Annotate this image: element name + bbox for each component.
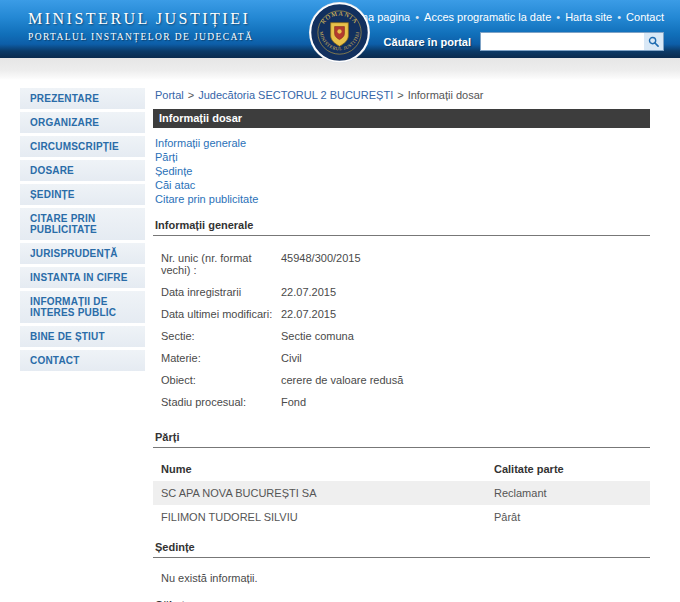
sidebar-item-contact[interactable]: CONTACT — [20, 350, 145, 371]
sidebar-item-bine-de-stiut[interactable]: BINE DE ȘTIUT — [20, 326, 145, 347]
site-subtitle: PORTALUL INSTANȚELOR DE JUDECATĂ — [28, 32, 253, 42]
field-row: Sectie: Sectie comuna — [153, 325, 650, 347]
field-value-materie: Civil — [281, 352, 302, 364]
page-title-bar: Informații dosar — [153, 109, 650, 128]
field-label: Materie: — [161, 352, 281, 364]
quick-link-citare-prin-publicitate[interactable]: Citare prin publicitate — [155, 192, 650, 206]
search-box — [480, 32, 664, 51]
section-quick-links: Informații generale Părți Ședințe Căi at… — [155, 136, 650, 206]
sidebar-item-dosare[interactable]: DOSARE — [20, 160, 145, 181]
nav-separator: • — [556, 11, 560, 23]
ministry-seal-logo: ROMANIA MINISTERUL JUSTITIEI — [308, 1, 371, 64]
sidebar-nav: PREZENTARE ORGANIZARE CIRCUMSCRIPȚIE DOS… — [20, 88, 145, 374]
site-header: MINISTERUL JUSTIȚIEI PORTALUL INSTANȚELO… — [0, 0, 680, 58]
parti-table: Nume Calitate parte SC APA NOVA BUCUREȘT… — [153, 457, 650, 529]
content-area: Portal>Judecătoria SECTORUL 2 BUCUREȘTI>… — [153, 88, 650, 602]
sidebar-item-jurisprudenta[interactable]: JURISPRUDENȚĂ — [20, 243, 145, 264]
field-value-obiect: cerere de valoare redusă — [281, 374, 403, 386]
field-label: Sectie: — [161, 330, 281, 342]
portal-page: { "header": { "title": "MINISTERUL JUSTI… — [0, 0, 680, 602]
breadcrumb-portal[interactable]: Portal — [155, 89, 184, 101]
field-value-sectie: Sectie comuna — [281, 330, 354, 342]
field-value-nr-unic: 45948/300/2015 — [281, 252, 361, 276]
header-utility: Prima pagina•Acces programatic la date•H… — [345, 11, 664, 51]
top-nav: Prima pagina•Acces programatic la date•H… — [345, 11, 664, 23]
search-button[interactable] — [644, 33, 663, 50]
section-heading-parti: Părți — [153, 431, 650, 448]
case-general-info: Nr. unic (nr. format vechi) : 45948/300/… — [153, 247, 650, 413]
field-row: Obiect: cerere de valoare redusă — [153, 369, 650, 391]
field-value-stadiu: Fond — [281, 396, 306, 408]
table-row: FILIMON TUDOREL SILVIU Pârât — [153, 505, 650, 529]
field-label: Stadiu procesual: — [161, 396, 281, 408]
sidebar-item-sedinte[interactable]: ȘEDINȚE — [20, 184, 145, 205]
parti-table-header-row: Nume Calitate parte — [153, 457, 650, 481]
field-label: Data inregistrarii — [161, 286, 281, 298]
nav-separator: • — [415, 11, 419, 23]
breadcrumb-instanta[interactable]: Judecătoria SECTORUL 2 BUCUREȘTI — [198, 89, 393, 101]
sidebar-item-instanta-in-cifre[interactable]: INSTANTA IN CIFRE — [20, 267, 145, 288]
sidebar-item-citare-prin-publicitate[interactable]: CITARE PRIN PUBLICITATE — [20, 208, 145, 240]
romania-coat-of-arms-icon: ROMANIA MINISTERUL JUSTITIEI — [308, 1, 371, 64]
section-heading-sedinte: Ședințe — [153, 541, 650, 558]
sedinte-empty-message: Nu există informații. — [161, 572, 650, 584]
field-row: Nr. unic (nr. format vechi) : 45948/300/… — [153, 247, 650, 281]
site-title: MINISTERUL JUSTIȚIEI — [28, 10, 253, 28]
parte-nume: SC APA NOVA BUCUREȘTI SA — [153, 481, 486, 505]
field-label: Nr. unic (nr. format vechi) : — [161, 252, 281, 276]
parte-calitate: Reclamant — [486, 481, 650, 505]
sidebar-item-organizare[interactable]: ORGANIZARE — [20, 112, 145, 133]
parte-nume: FILIMON TUDOREL SILVIU — [153, 505, 486, 529]
table-row: SC APA NOVA BUCUREȘTI SA Reclamant — [153, 481, 650, 505]
site-branding: MINISTERUL JUSTIȚIEI PORTALUL INSTANȚELO… — [28, 10, 253, 42]
sidebar-item-circumscriptie[interactable]: CIRCUMSCRIPȚIE — [20, 136, 145, 157]
main-layout: PREZENTARE ORGANIZARE CIRCUMSCRIPȚIE DOS… — [0, 80, 680, 602]
breadcrumb-current: Informații dosar — [408, 89, 484, 101]
quick-link-parti[interactable]: Părți — [155, 150, 650, 164]
field-label: Data ultimei modificari: — [161, 308, 281, 320]
portal-search: Căutare în portal — [345, 32, 664, 51]
field-value-data-inregistrarii: 22.07.2015 — [281, 286, 336, 298]
field-row: Data ultimei modificari: 22.07.2015 — [153, 303, 650, 325]
breadcrumb: Portal>Judecătoria SECTORUL 2 BUCUREȘTI>… — [155, 89, 650, 101]
field-row: Stadiu procesual: Fond — [153, 391, 650, 413]
nav-harta-site[interactable]: Harta site — [565, 11, 612, 23]
quick-link-informatii-generale[interactable]: Informații generale — [155, 136, 650, 150]
quick-link-sedinte[interactable]: Ședințe — [155, 164, 650, 178]
column-header-calitate: Calitate parte — [486, 457, 650, 481]
section-heading-informatii-generale: Informații generale — [153, 219, 650, 236]
breadcrumb-separator: > — [188, 89, 194, 101]
column-header-nume: Nume — [153, 457, 486, 481]
field-row: Data inregistrarii 22.07.2015 — [153, 281, 650, 303]
search-input[interactable] — [481, 34, 644, 49]
search-label: Căutare în portal — [384, 36, 471, 48]
breadcrumb-separator: > — [397, 89, 403, 101]
field-row: Materie: Civil — [153, 347, 650, 369]
quick-link-cai-atac[interactable]: Căi atac — [155, 178, 650, 192]
nav-separator: • — [617, 11, 621, 23]
field-value-data-modificari: 22.07.2015 — [281, 308, 336, 320]
field-label: Obiect: — [161, 374, 281, 386]
nav-contact[interactable]: Contact — [626, 11, 664, 23]
parte-calitate: Pârât — [486, 505, 650, 529]
nav-acces-programatic[interactable]: Acces programatic la date — [424, 11, 551, 23]
search-icon — [648, 36, 659, 47]
sidebar-item-informatii-de-interes-public[interactable]: INFORMAȚII DE INTERES PUBLIC — [20, 291, 145, 323]
sidebar-item-prezentare[interactable]: PREZENTARE — [20, 88, 145, 109]
